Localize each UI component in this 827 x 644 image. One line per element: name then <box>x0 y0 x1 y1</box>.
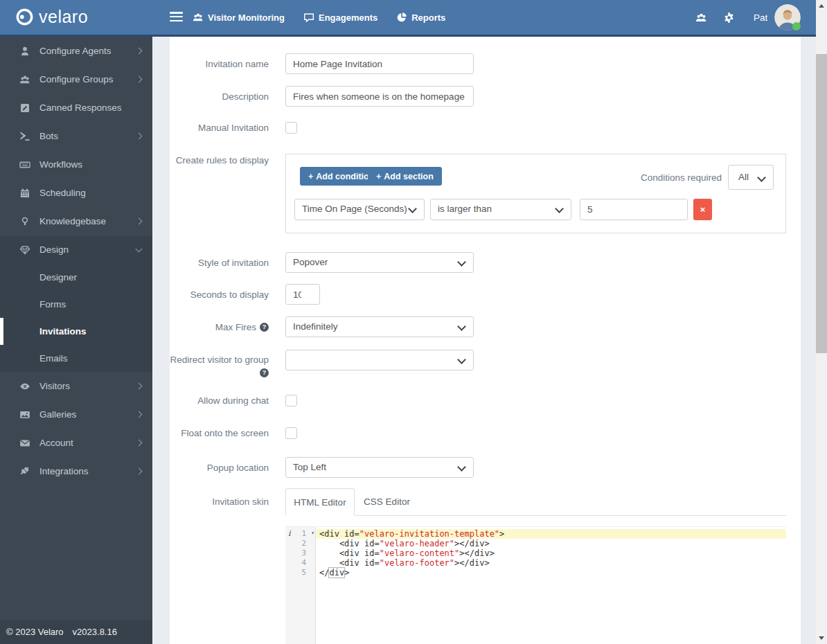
conditions-required-label: Conditions required <box>641 165 722 190</box>
gutter-row: 5 <box>285 568 315 578</box>
style-of-invitation-label: Style of invitation <box>170 252 269 273</box>
description-label: Description <box>170 86 269 107</box>
line-number: 4 <box>301 558 306 567</box>
conditions-required-select[interactable]: All <box>728 165 774 190</box>
fold-toggle-icon[interactable]: ▾ <box>311 530 314 536</box>
sidebar-item-account[interactable]: Account <box>0 429 152 457</box>
vertical-scrollbar <box>816 0 827 644</box>
sidebar-item-galleries[interactable]: Galleries <box>0 400 152 429</box>
code-line: <div id="velaro-invitation-template"> <box>317 529 786 539</box>
add-section-button[interactable]: +Add section <box>368 167 442 186</box>
code-editor[interactable]: <div id="velaro-invitation-template"> <d… <box>317 527 786 644</box>
sidebar-item-design[interactable]: Design <box>0 235 152 264</box>
condition-field-select[interactable]: Time On Page (Seconds) <box>294 199 425 220</box>
sidebar-item-configure-groups[interactable]: Configure Groups <box>0 65 152 93</box>
keyboard-icon <box>19 159 30 170</box>
invitation-name-input[interactable] <box>285 53 474 74</box>
sidebar-item-designer[interactable]: Designer <box>0 264 152 291</box>
copyright-text: © 2023 Velaro <box>6 627 64 637</box>
remove-condition-button[interactable]: × <box>693 199 712 220</box>
sidebar-item-scheduling[interactable]: Scheduling <box>0 179 152 207</box>
sidebar-item-label: Galleries <box>39 409 76 420</box>
content-background: Invitation name Description Manual Invit… <box>152 37 816 644</box>
nav-engagements[interactable]: Engagements <box>303 12 377 23</box>
popup-location-label: Popup location <box>170 457 269 478</box>
style-of-invitation-select[interactable]: Popover <box>285 252 474 273</box>
agents-online-icon[interactable] <box>695 12 708 24</box>
html-code-editor: i1▾2345 <div id="velaro-invitation-templ… <box>285 526 786 644</box>
pencil-square-icon <box>19 102 30 114</box>
seconds-to-display-label: Seconds to display <box>170 284 269 305</box>
sidebar-item-label: Workflows <box>39 159 82 170</box>
scroll-down-arrow[interactable] <box>816 632 827 644</box>
sidebar-item-canned-responses[interactable]: Canned Responses <box>0 93 152 122</box>
chevron-right-icon <box>136 468 143 475</box>
manual-invitation-label: Manual Invitation <box>170 117 269 138</box>
sidebar-footer: © 2023 Velaro v2023.8.16 <box>0 620 152 644</box>
lint-marker-icon: i <box>288 529 291 538</box>
sidebar-item-label: Canned Responses <box>39 102 122 113</box>
lightbulb-icon <box>19 216 30 227</box>
question-circle-icon[interactable]: ? <box>260 368 269 377</box>
user-icon <box>19 46 30 57</box>
sidebar-subitem-label: Forms <box>39 299 66 310</box>
sidebar-item-label: Bots <box>39 131 58 141</box>
nav-reports[interactable]: Reports <box>396 12 445 23</box>
sidebar-subitem-label: Invitations <box>39 326 87 337</box>
editor-gutter: i1▾2345 <box>285 527 316 644</box>
gear-icon[interactable] <box>723 12 735 24</box>
tab-css-editor[interactable]: CSS Editor <box>355 488 419 515</box>
sidebar-item-workflows[interactable]: Workflows <box>0 150 152 179</box>
brand-logo[interactable]: velaro <box>15 7 88 27</box>
sidebar-design-section: Design Designer Forms Invitations Emails <box>0 235 152 372</box>
allow-during-chat-checkbox[interactable] <box>285 395 297 406</box>
sidebar-item-emails[interactable]: Emails <box>0 345 152 372</box>
brand-name: velaro <box>39 7 88 27</box>
manual-invitation-checkbox[interactable] <box>285 122 297 134</box>
sidebar-item-forms[interactable]: Forms <box>0 291 152 318</box>
nav-visitor-monitoring[interactable]: Visitor Monitoring <box>193 12 285 23</box>
popup-location-select[interactable]: Top Left <box>285 457 474 478</box>
sidebar-item-label: Scheduling <box>39 188 86 198</box>
top-navbar: velaro Visitor Monitoring Engagements <box>0 0 816 37</box>
condition-value-input[interactable] <box>580 199 688 220</box>
sidebar-item-invitations[interactable]: Invitations <box>0 318 152 345</box>
sidebar-nav: Configure Agents Configure Groups Canned… <box>0 37 152 644</box>
line-number: 2 <box>301 539 306 548</box>
image-icon <box>19 409 30 420</box>
invitation-name-label: Invitation name <box>170 53 269 74</box>
max-fires-select[interactable]: Indefinitely <box>285 316 474 337</box>
redirect-group-select[interactable] <box>285 350 474 370</box>
sidebar-item-integrations[interactable]: Integrations <box>0 457 152 485</box>
code-line: </div> <box>317 568 786 578</box>
condition-operator-select[interactable]: is larger than <box>430 199 571 220</box>
question-circle-icon[interactable]: ? <box>260 323 269 332</box>
scrollbar-thumb[interactable] <box>816 54 827 353</box>
scroll-up-arrow[interactable] <box>816 0 827 12</box>
eye-icon <box>19 381 30 392</box>
line-number: 1 <box>301 529 306 538</box>
description-input[interactable] <box>285 86 474 107</box>
gutter-row: 2 <box>285 539 315 548</box>
plus-icon: + <box>376 172 381 181</box>
chevron-right-icon <box>136 133 143 140</box>
chevron-right-icon <box>136 76 143 83</box>
sidebar-item-configure-agents[interactable]: Configure Agents <box>0 37 152 65</box>
nav-label: Reports <box>411 12 445 23</box>
nav-label: Visitor Monitoring <box>208 12 285 23</box>
menu-toggle-icon[interactable] <box>170 12 183 24</box>
invitation-skin-label: Invitation skin <box>170 488 269 515</box>
user-name[interactable]: Pat <box>754 12 767 23</box>
sidebar-item-knowledgebase[interactable]: Knowledgebase <box>0 207 152 235</box>
gutter-row: 3 <box>285 548 315 558</box>
seconds-to-display-input[interactable] <box>285 284 320 305</box>
online-status-dot <box>792 22 801 30</box>
tab-divider <box>355 515 786 516</box>
sidebar-item-label: Visitors <box>39 381 70 391</box>
tab-html-editor[interactable]: HTML Editor <box>285 488 355 515</box>
version-text: v2023.8.16 <box>73 627 117 637</box>
sidebar-item-visitors[interactable]: Visitors <box>0 372 152 400</box>
sidebar-item-bots[interactable]: Bots <box>0 122 152 150</box>
envelope-icon <box>19 438 30 449</box>
float-onto-screen-checkbox[interactable] <box>285 427 297 439</box>
